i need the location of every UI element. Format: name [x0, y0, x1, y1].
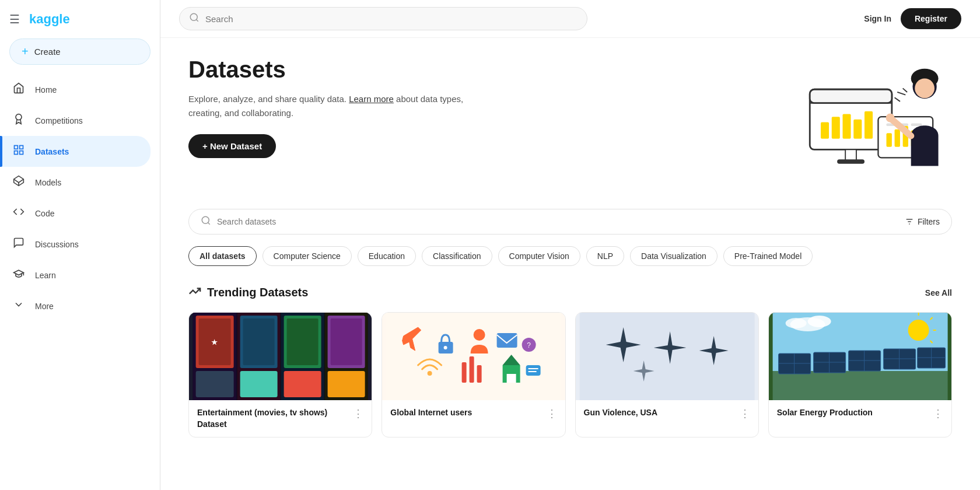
- global-search-input[interactable]: [205, 14, 578, 24]
- svg-rect-13: [832, 117, 840, 139]
- discussions-icon: [12, 237, 26, 251]
- models-icon: [12, 175, 26, 190]
- svg-rect-53: [240, 371, 278, 397]
- trending-icon: [188, 285, 201, 300]
- dataset-card-internet[interactable]: ? Global Internet users ⋮: [382, 312, 565, 438]
- filter-tag-nlp[interactable]: NLP: [586, 246, 624, 266]
- sidebar-item-label-datasets: Datasets: [35, 147, 69, 156]
- svg-point-0: [16, 114, 22, 120]
- filter-tag-education[interactable]: Education: [358, 246, 416, 266]
- svg-rect-21: [895, 130, 900, 147]
- svg-rect-3: [20, 151, 23, 155]
- sidebar-item-label-models: Models: [35, 178, 61, 187]
- code-icon: [12, 206, 26, 220]
- svg-rect-52: [196, 371, 234, 397]
- card-footer-entertainment: Entertainment (movies, tv shows) Dataset…: [189, 400, 372, 437]
- svg-rect-4: [15, 151, 18, 155]
- card-image-internet: ?: [382, 313, 565, 400]
- search-icon: [189, 12, 200, 25]
- page-title: Datasets: [188, 57, 480, 83]
- card-menu-entertainment[interactable]: ⋮: [353, 407, 363, 420]
- see-all-button[interactable]: See All: [925, 288, 952, 298]
- svg-rect-70: [526, 365, 541, 376]
- topbar-actions: Sign In Register: [864, 8, 961, 29]
- card-menu-gun-violence[interactable]: ⋮: [740, 407, 750, 420]
- card-title-solar: Solar Energy Production: [777, 407, 928, 419]
- svg-point-28: [915, 79, 935, 99]
- svg-rect-20: [887, 133, 892, 146]
- sidebar-header: ☰ kaggle: [0, 5, 160, 34]
- sidebar-item-learn[interactable]: Learn: [0, 260, 150, 290]
- svg-rect-63: [470, 356, 474, 383]
- card-menu-solar[interactable]: ⋮: [933, 407, 943, 420]
- sidebar-item-competitions[interactable]: Competitions: [0, 105, 150, 136]
- card-footer-internet: Global Internet users ⋮: [382, 400, 565, 427]
- sidebar-item-label-learn: Learn: [35, 271, 56, 280]
- trending-title: Trending Datasets: [188, 285, 308, 300]
- filter-tag-data-visualization[interactable]: Data Visualization: [630, 246, 718, 266]
- competitions-icon: [12, 113, 26, 128]
- svg-rect-17: [845, 149, 856, 160]
- svg-point-61: [428, 371, 432, 376]
- filter-tag-classification[interactable]: Classification: [422, 246, 492, 266]
- svg-rect-49: [287, 318, 318, 365]
- dataset-search-icon: [201, 215, 211, 228]
- sidebar-item-models[interactable]: Models: [0, 167, 150, 198]
- svg-rect-1: [15, 146, 18, 149]
- svg-point-59: [474, 329, 485, 341]
- new-dataset-button[interactable]: + New Dataset: [188, 134, 276, 158]
- hero-illustration: [777, 57, 952, 190]
- svg-text:★: ★: [211, 338, 218, 346]
- filter-tag-computer-science[interactable]: Computer Science: [262, 246, 352, 266]
- filter-tags: All datasets Computer Science Education …: [188, 246, 952, 266]
- sidebar-item-label-home: Home: [35, 85, 57, 94]
- chevron-down-icon: [12, 299, 26, 313]
- card-title-entertainment: Entertainment (movies, tv shows) Dataset: [197, 407, 348, 430]
- sidebar-item-code[interactable]: Code: [0, 198, 150, 229]
- sidebar-item-label-competitions: Competitions: [35, 116, 83, 125]
- dataset-card-gun-violence[interactable]: Gun Violence, USA ⋮: [575, 312, 759, 438]
- svg-line-8: [196, 19, 198, 21]
- card-title-internet: Global Internet users: [390, 407, 541, 419]
- svg-rect-16: [864, 111, 873, 139]
- sidebar-item-more[interactable]: More: [0, 290, 150, 321]
- svg-rect-51: [331, 318, 362, 365]
- sidebar-item-label-code: Code: [35, 209, 54, 218]
- sidebar-item-datasets[interactable]: Datasets: [0, 136, 150, 167]
- learn-more-link[interactable]: Learn more: [349, 94, 394, 104]
- svg-point-29: [886, 114, 895, 123]
- dataset-search-input[interactable]: [217, 217, 899, 226]
- dataset-cards: ★ Entertainment (m: [188, 312, 952, 438]
- filter-tag-pre-trained-model[interactable]: Pre-Trained Model: [723, 246, 813, 266]
- dataset-card-entertainment[interactable]: ★ Entertainment (m: [188, 312, 372, 438]
- filter-tag-computer-vision[interactable]: Computer Vision: [498, 246, 580, 266]
- svg-rect-56: [386, 313, 561, 400]
- hamburger-icon[interactable]: ☰: [9, 12, 20, 26]
- global-search-bar[interactable]: [179, 7, 587, 30]
- main-content: Sign In Register Datasets Explore, analy…: [160, 0, 980, 490]
- svg-line-32: [903, 88, 908, 92]
- topbar: Sign In Register: [160, 0, 980, 38]
- sidebar-item-discussions[interactable]: Discussions: [0, 229, 150, 260]
- dataset-card-solar[interactable]: Solar Energy Production ⋮: [768, 312, 952, 438]
- dataset-search-bar[interactable]: Filters: [188, 209, 952, 235]
- svg-rect-67: [507, 374, 516, 383]
- create-button[interactable]: + Create: [9, 38, 150, 65]
- svg-rect-2: [20, 146, 23, 149]
- home-icon: [12, 82, 26, 97]
- svg-rect-18: [837, 159, 864, 164]
- filter-tag-all-datasets[interactable]: All datasets: [188, 246, 257, 266]
- card-menu-internet[interactable]: ⋮: [547, 407, 557, 420]
- kaggle-logo[interactable]: kaggle: [29, 12, 70, 27]
- sidebar-item-label-discussions: Discussions: [35, 240, 79, 249]
- sidebar-item-home[interactable]: Home: [0, 74, 150, 105]
- filters-button[interactable]: Filters: [905, 217, 940, 226]
- register-button[interactable]: Register: [901, 8, 961, 29]
- sidebar: ☰ kaggle + Create Home Competitions Data…: [0, 0, 160, 490]
- svg-rect-14: [843, 114, 851, 138]
- svg-rect-10: [810, 89, 892, 103]
- signin-button[interactable]: Sign In: [864, 14, 891, 23]
- card-image-solar: [769, 313, 951, 400]
- svg-rect-15: [853, 120, 862, 139]
- svg-line-31: [895, 97, 900, 102]
